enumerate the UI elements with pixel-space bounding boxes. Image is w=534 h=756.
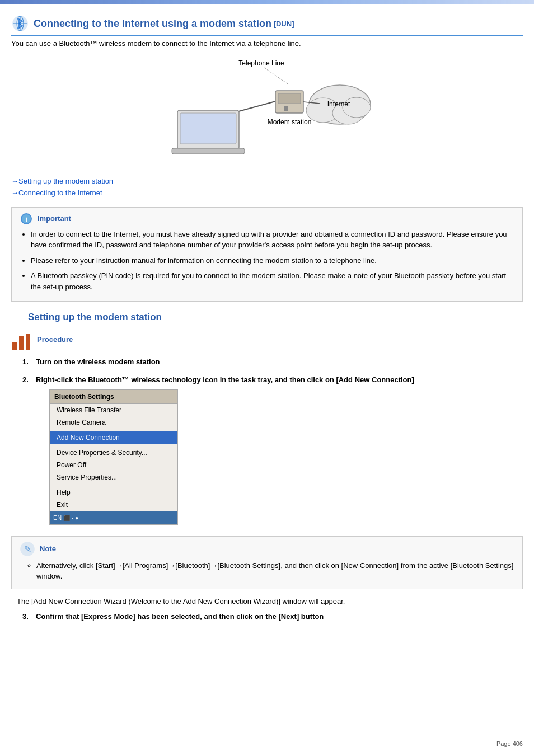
context-menu-screenshot: Bluetooth Settings Wireless File Transfe… — [49, 389, 178, 525]
cm-item-service-props: Service Properties... — [50, 471, 177, 483]
important-bullets: In order to connect to the Internet, you… — [20, 229, 514, 293]
step-1-number: 1. — [22, 356, 36, 368]
important-bullet-2: Please refer to your instruction manual … — [31, 255, 514, 266]
svg-rect-26 — [26, 334, 30, 350]
cm-header: Bluetooth Settings — [50, 390, 177, 404]
important-bullet-1: In order to connect to the Internet, you… — [31, 229, 514, 251]
svg-text:i: i — [25, 215, 27, 223]
procedure-box: Procedure — [11, 331, 523, 351]
step-2-number: 2. — [22, 374, 36, 386]
step-2: 2. Right-click the Bluetooth™ wireless t… — [22, 374, 523, 529]
cm-divider-3 — [50, 485, 177, 485]
steps-list: 1. Turn on the wireless modem station 2.… — [11, 356, 523, 529]
cm-divider-2 — [50, 445, 177, 445]
taskbar-icons: ⬛ - ● — [63, 514, 78, 522]
step-1-text: Turn on the wireless modem station — [36, 356, 523, 368]
diagram-svg: Telephone Line Internet Modem stat — [149, 54, 385, 166]
step-3-text: Confirm that [Express Mode] has been sel… — [36, 611, 523, 622]
cm-item-remote-camera: Remote Camera — [50, 416, 177, 429]
link-connecting[interactable]: →Connecting to the Internet — [11, 187, 523, 199]
svg-text:Internet: Internet — [327, 100, 350, 108]
cm-item-help: Help — [50, 486, 177, 499]
svg-text:✎: ✎ — [24, 544, 31, 554]
section-heading: Setting up the modem station — [28, 312, 523, 323]
step-1: 1. Turn on the wireless modem station — [22, 356, 523, 368]
svg-text:Telephone Line: Telephone Line — [238, 59, 284, 67]
note-box: ✎ Note Alternatively, click [Start]→[All… — [11, 536, 523, 589]
note-sub-list: Alternatively, click [Start]→[All Progra… — [20, 560, 514, 582]
important-header: i Important — [20, 212, 514, 226]
cm-taskbar: EN ⬛ - ● — [50, 511, 177, 524]
procedure-label: Procedure — [37, 335, 73, 344]
procedure-icon — [11, 331, 31, 351]
steps-list-2: 3. Confirm that [Express Mode] has been … — [11, 611, 523, 622]
diagram-area: Telephone Line Internet Modem stat — [11, 54, 523, 168]
important-box: i Important In order to connect to the I… — [11, 207, 523, 302]
bluetooth-globe-icon — [11, 15, 29, 32]
top-bar — [0, 0, 534, 4]
note-label: Note — [40, 544, 56, 553]
cm-item-device-props: Device Properties & Security... — [50, 447, 177, 459]
step-2-text: Right-click the Bluetooth™ wireless tech… — [36, 375, 414, 384]
wizard-text: The [Add New Connection Wizard (Welcome … — [17, 596, 523, 607]
svg-rect-12 — [278, 93, 301, 104]
svg-line-6 — [264, 68, 289, 85]
svg-rect-24 — [12, 342, 17, 350]
svg-rect-13 — [284, 106, 288, 111]
important-label: Important — [38, 214, 71, 223]
cm-divider-1 — [50, 430, 177, 430]
cm-item-wireless: Wireless File Transfer — [50, 404, 177, 416]
important-bullet-3: A Bluetooth passkey (PIN code) is requir… — [31, 270, 514, 292]
step-3-number: 3. — [22, 611, 36, 622]
link-setting-up[interactable]: →Setting up the modem station — [11, 176, 523, 187]
step-3: 3. Confirm that [Express Mode] has been … — [22, 611, 523, 622]
note-icon: ✎ — [20, 541, 35, 557]
important-icon: i — [20, 212, 33, 226]
subtitle: You can use a Bluetooth™ wireless modem … — [11, 39, 523, 48]
cm-item-power-off: Power Off — [50, 459, 177, 471]
note-header: ✎ Note — [20, 541, 514, 557]
note-item-1: Alternatively, click [Start]→[All Progra… — [36, 560, 514, 582]
svg-rect-9 — [180, 113, 236, 144]
svg-text:Modem station: Modem station — [268, 118, 312, 126]
header-row: Connecting to the Internet using a modem… — [11, 15, 523, 36]
svg-rect-25 — [19, 336, 24, 350]
main-title: Connecting to the Internet using a modem… — [34, 18, 271, 30]
cm-item-exit: Exit — [50, 499, 177, 511]
taskbar-en: EN — [53, 513, 62, 523]
page-number: Page 406 — [496, 740, 523, 747]
step-2-content: Right-click the Bluetooth™ wireless tech… — [36, 374, 523, 529]
cm-item-add-new[interactable]: Add New Connection — [50, 431, 177, 444]
svg-rect-10 — [172, 148, 245, 154]
dun-tag: [DUN] — [274, 20, 294, 28]
links-area: →Setting up the modem station →Connectin… — [11, 176, 523, 199]
